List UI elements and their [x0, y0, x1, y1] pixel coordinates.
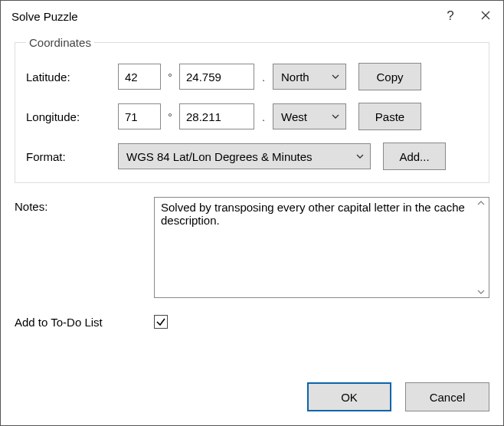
solve-puzzle-dialog: Solve Puzzle ? Coordinates Latitude: ° .… — [0, 0, 504, 426]
notes-row: Notes: — [15, 197, 489, 298]
todo-checkbox[interactable] — [154, 315, 168, 329]
todo-label: Add to To-Do List — [15, 316, 154, 329]
notes-scrollbar[interactable] — [473, 198, 489, 297]
longitude-label: Longitude: — [26, 110, 118, 123]
format-label: Format: — [26, 150, 118, 163]
paste-button[interactable]: Paste — [358, 103, 421, 130]
copy-button[interactable]: Copy — [358, 63, 421, 90]
format-select[interactable]: WGS 84 Lat/Lon Degrees & Minutes — [118, 143, 371, 169]
degree-symbol: ° — [161, 110, 179, 123]
latitude-direction-value: North — [281, 70, 309, 84]
minute-symbol: . — [254, 70, 273, 84]
chevron-down-icon — [332, 114, 339, 119]
scroll-up-icon — [477, 201, 485, 205]
ok-button[interactable]: OK — [307, 382, 391, 411]
notes-box — [154, 197, 489, 298]
longitude-direction-select[interactable]: West — [273, 103, 346, 129]
degree-symbol: ° — [161, 70, 179, 84]
longitude-direction-value: West — [281, 110, 307, 123]
titlebar: Solve Puzzle ? — [1, 1, 503, 31]
minute-symbol: . — [254, 110, 273, 123]
close-icon — [481, 9, 490, 23]
format-row: Format: WGS 84 Lat/Lon Degrees & Minutes… — [26, 143, 478, 170]
coordinates-legend: Coordinates — [26, 36, 94, 49]
notes-label: Notes: — [15, 197, 154, 298]
close-button[interactable] — [468, 1, 503, 31]
latitude-row: Latitude: ° . North Copy — [26, 63, 478, 90]
scroll-down-icon — [477, 290, 485, 294]
latitude-label: Latitude: — [26, 70, 118, 84]
latitude-minutes-input[interactable] — [179, 64, 254, 90]
latitude-degrees-input[interactable] — [118, 64, 161, 90]
notes-textarea[interactable] — [155, 198, 473, 297]
chevron-down-icon — [356, 154, 364, 159]
chevron-down-icon — [332, 74, 339, 79]
longitude-row: Longitude: ° . West Paste — [26, 103, 478, 130]
check-icon — [155, 316, 166, 327]
latitude-direction-select[interactable]: North — [273, 64, 346, 90]
longitude-minutes-input[interactable] — [179, 103, 254, 129]
todo-row: Add to To-Do List — [15, 315, 489, 329]
help-button[interactable]: ? — [433, 1, 468, 31]
coordinates-group: Coordinates Latitude: ° . North Copy Lon… — [15, 36, 489, 183]
longitude-degrees-input[interactable] — [118, 103, 161, 129]
dialog-content: Coordinates Latitude: ° . North Copy Lon… — [1, 31, 503, 425]
add-button[interactable]: Add... — [383, 143, 446, 170]
dialog-title: Solve Puzzle — [11, 10, 433, 23]
cancel-button[interactable]: Cancel — [405, 382, 489, 411]
dialog-footer: OK Cancel — [15, 382, 489, 411]
format-value: WGS 84 Lat/Lon Degrees & Minutes — [126, 150, 313, 163]
